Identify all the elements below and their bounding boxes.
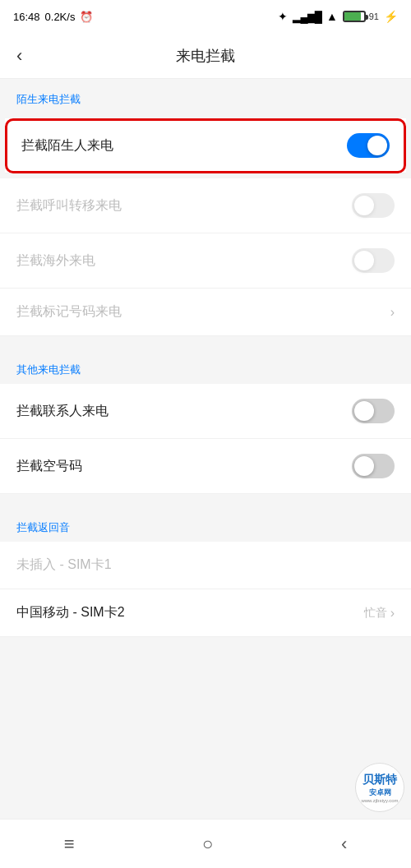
- toggle-thumb-3: [354, 251, 374, 270]
- block-contacts-label: 拦截联系人来电: [16, 403, 109, 420]
- speed-label: 0.2K/s: [45, 11, 76, 23]
- signal-icon: ▂▄▆█: [293, 11, 321, 23]
- block-forwarded-row[interactable]: 拦截呼叫转移来电: [0, 178, 411, 233]
- block-contacts-toggle[interactable]: [352, 399, 395, 423]
- charging-icon: ⚡: [384, 10, 398, 23]
- page-title: 来电拦截: [176, 46, 235, 66]
- highlight-wrapper-stranger: 拦截陌生人来电: [5, 118, 406, 173]
- nav-bar: ≡ ○ ‹ 贝斯特 安卓网 www.zjbstyy.com: [0, 819, 411, 868]
- content-area: 陌生来电拦截 拦截陌生人来电 拦截呼叫转移来电 拦截海外来电: [0, 79, 411, 703]
- menu-button[interactable]: ≡: [64, 833, 75, 855]
- block-stranger-label: 拦截陌生人来电: [21, 137, 113, 155]
- block-empty-label: 拦截空号码: [16, 458, 82, 475]
- page-header: ‹ 来电拦截: [0, 33, 411, 79]
- spacer-2: [0, 494, 411, 507]
- section-echo: 拦截返回音 未插入 - SIM卡1 中国移动 - SIM卡2 忙音 ›: [0, 507, 411, 637]
- status-right: ✦ ▂▄▆█ ▲ 91 ⚡: [278, 10, 398, 23]
- spacer-1: [0, 336, 411, 349]
- sim2-status: 忙音: [364, 606, 387, 621]
- chevron-icon-marked: ›: [390, 305, 395, 320]
- status-left: 16:48 0.2K/s ⏰: [13, 11, 93, 23]
- section-stranger: 陌生来电拦截 拦截陌生人来电 拦截呼叫转移来电 拦截海外来电: [0, 79, 411, 336]
- block-empty-row[interactable]: 拦截空号码: [0, 439, 411, 494]
- wifi-icon: ▲: [326, 10, 338, 23]
- block-marked-row[interactable]: 拦截标记号码来电 ›: [0, 289, 411, 336]
- toggle-thumb-5: [354, 456, 374, 476]
- block-forwarded-label: 拦截呼叫转移来电: [16, 197, 122, 215]
- status-bar: 16:48 0.2K/s ⏰ ✦ ▂▄▆█ ▲ 91 ⚡: [0, 0, 411, 33]
- block-marked-label: 拦截标记号码来电: [16, 303, 122, 321]
- sim1-row: 未插入 - SIM卡1: [0, 542, 411, 589]
- watermark-logo: 贝斯特: [363, 773, 397, 787]
- clock-icon: ⏰: [80, 11, 93, 23]
- block-empty-toggle[interactable]: [352, 454, 395, 478]
- toggle-thumb: [367, 136, 387, 155]
- sim1-label: 未插入 - SIM卡1: [16, 556, 112, 574]
- battery-label: 91: [369, 12, 379, 21]
- back-button[interactable]: ‹: [13, 42, 25, 70]
- back-nav-button[interactable]: ‹: [341, 833, 347, 855]
- battery-icon: [343, 11, 366, 22]
- block-contacts-row[interactable]: 拦截联系人来电: [0, 384, 411, 439]
- bluetooth-icon: ✦: [278, 10, 288, 23]
- toggle-thumb-2: [354, 196, 374, 215]
- block-stranger-row[interactable]: 拦截陌生人来电: [5, 118, 406, 173]
- section-label-other: 其他来电拦截: [0, 349, 411, 384]
- block-stranger-toggle[interactable]: [347, 133, 390, 158]
- time-label: 16:48: [13, 11, 40, 23]
- toggle-thumb-4: [354, 401, 374, 421]
- battery-container: 91: [343, 11, 379, 22]
- section-other: 其他来电拦截 拦截联系人来电 拦截空号码: [0, 349, 411, 494]
- block-overseas-label: 拦截海外来电: [16, 252, 95, 270]
- sim2-label: 中国移动 - SIM卡2: [16, 604, 125, 621]
- sim2-row[interactable]: 中国移动 - SIM卡2 忙音 ›: [0, 589, 411, 637]
- watermark-sub: 安卓网: [369, 787, 391, 798]
- watermark: 贝斯特 安卓网 www.zjbstyy.com: [355, 763, 404, 812]
- watermark-url: www.zjbstyy.com: [361, 798, 398, 803]
- block-overseas-row[interactable]: 拦截海外来电: [0, 233, 411, 289]
- section-label-stranger: 陌生来电拦截: [0, 79, 411, 113]
- block-overseas-toggle[interactable]: [352, 248, 395, 273]
- chevron-icon-sim2: ›: [390, 606, 395, 621]
- block-forwarded-toggle[interactable]: [352, 193, 395, 218]
- section-label-echo: 拦截返回音: [0, 507, 411, 542]
- home-button[interactable]: ○: [202, 833, 213, 855]
- sim2-right: 忙音 ›: [364, 606, 395, 621]
